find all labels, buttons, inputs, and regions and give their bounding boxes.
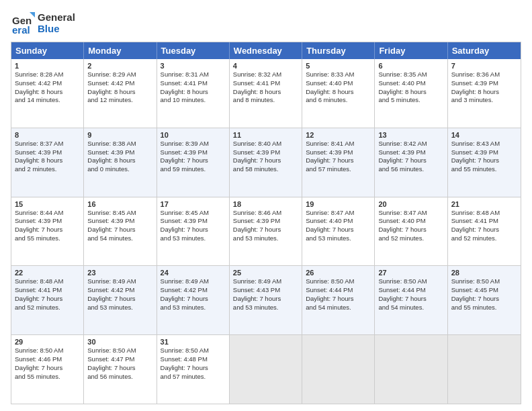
day-number: 1 <box>15 62 80 70</box>
day-number: 28 <box>451 269 517 277</box>
day-number: 19 <box>306 200 371 208</box>
header-cell-thursday: Thursday <box>302 42 375 59</box>
day-number: 16 <box>87 200 152 208</box>
calendar-row-3: 15Sunrise: 8:44 AM Sunset: 4:39 PM Dayli… <box>11 197 521 267</box>
day-cell-26: 26Sunrise: 8:50 AM Sunset: 4:44 PM Dayli… <box>302 266 375 334</box>
header-cell-monday: Monday <box>84 42 157 59</box>
calendar-row-2: 8Sunrise: 8:37 AM Sunset: 4:39 PM Daylig… <box>11 128 521 197</box>
day-cell-3: 3Sunrise: 8:31 AM Sunset: 4:41 PM Daylig… <box>157 59 230 128</box>
calendar-body: 1Sunrise: 8:28 AM Sunset: 4:42 PM Daylig… <box>11 59 521 404</box>
day-cell-11: 11Sunrise: 8:40 AM Sunset: 4:39 PM Dayli… <box>230 128 302 197</box>
day-number: 14 <box>451 131 517 139</box>
day-cell-29: 29Sunrise: 8:50 AM Sunset: 4:46 PM Dayli… <box>11 335 84 404</box>
day-number: 5 <box>306 62 371 70</box>
day-number: 12 <box>306 131 371 139</box>
page: Gen eral General Blue SundayMondayTuesda… <box>0 0 532 411</box>
day-number: 9 <box>87 131 152 139</box>
day-cell-21: 21Sunrise: 8:48 AM Sunset: 4:41 PM Dayli… <box>448 197 521 266</box>
day-info: Sunrise: 8:50 AM Sunset: 4:44 PM Dayligh… <box>306 277 371 312</box>
day-info: Sunrise: 8:49 AM Sunset: 4:42 PM Dayligh… <box>87 277 152 312</box>
day-cell-6: 6Sunrise: 8:35 AM Sunset: 4:40 PM Daylig… <box>375 59 447 128</box>
header-cell-friday: Friday <box>375 42 447 59</box>
day-cell-1: 1Sunrise: 8:28 AM Sunset: 4:42 PM Daylig… <box>11 59 84 128</box>
day-number: 4 <box>233 62 298 70</box>
day-cell-empty-4-3 <box>230 335 302 404</box>
day-number: 29 <box>15 338 80 346</box>
day-cell-7: 7Sunrise: 8:36 AM Sunset: 4:39 PM Daylig… <box>448 59 521 128</box>
logo-svg: Gen eral <box>11 11 35 35</box>
day-cell-25: 25Sunrise: 8:49 AM Sunset: 4:43 PM Dayli… <box>230 266 302 334</box>
day-info: Sunrise: 8:48 AM Sunset: 4:41 PM Dayligh… <box>451 209 517 243</box>
day-cell-13: 13Sunrise: 8:42 AM Sunset: 4:39 PM Dayli… <box>375 128 447 197</box>
day-number: 24 <box>161 269 226 277</box>
day-info: Sunrise: 8:47 AM Sunset: 4:40 PM Dayligh… <box>306 209 371 243</box>
day-number: 10 <box>161 131 226 139</box>
day-info: Sunrise: 8:33 AM Sunset: 4:40 PM Dayligh… <box>306 71 371 105</box>
day-info: Sunrise: 8:45 AM Sunset: 4:39 PM Dayligh… <box>87 209 152 243</box>
day-cell-2: 2Sunrise: 8:29 AM Sunset: 4:42 PM Daylig… <box>84 59 157 128</box>
day-info: Sunrise: 8:40 AM Sunset: 4:39 PM Dayligh… <box>233 140 298 174</box>
day-info: Sunrise: 8:44 AM Sunset: 4:39 PM Dayligh… <box>15 209 80 243</box>
day-number: 13 <box>378 131 443 139</box>
day-cell-28: 28Sunrise: 8:50 AM Sunset: 4:45 PM Dayli… <box>448 266 521 334</box>
day-number: 27 <box>378 269 443 277</box>
day-info: Sunrise: 8:50 AM Sunset: 4:45 PM Dayligh… <box>451 277 517 312</box>
day-cell-22: 22Sunrise: 8:48 AM Sunset: 4:41 PM Dayli… <box>11 266 84 334</box>
day-number: 25 <box>233 269 298 277</box>
logo-blue: Blue <box>38 23 75 34</box>
day-number: 31 <box>161 338 226 346</box>
day-number: 21 <box>451 200 517 208</box>
calendar-row-5: 29Sunrise: 8:50 AM Sunset: 4:46 PM Dayli… <box>11 335 521 404</box>
day-info: Sunrise: 8:50 AM Sunset: 4:47 PM Dayligh… <box>87 347 152 381</box>
calendar-header: SundayMondayTuesdayWednesdayThursdayFrid… <box>11 42 521 59</box>
day-number: 22 <box>15 269 80 277</box>
day-info: Sunrise: 8:41 AM Sunset: 4:39 PM Dayligh… <box>306 140 371 174</box>
day-number: 17 <box>161 200 226 208</box>
day-cell-8: 8Sunrise: 8:37 AM Sunset: 4:39 PM Daylig… <box>11 128 84 197</box>
day-cell-30: 30Sunrise: 8:50 AM Sunset: 4:47 PM Dayli… <box>84 335 157 404</box>
day-info: Sunrise: 8:29 AM Sunset: 4:42 PM Dayligh… <box>87 71 152 105</box>
day-info: Sunrise: 8:48 AM Sunset: 4:41 PM Dayligh… <box>15 277 80 312</box>
day-cell-4: 4Sunrise: 8:32 AM Sunset: 4:41 PM Daylig… <box>230 59 302 128</box>
day-cell-empty-4-5 <box>375 335 447 404</box>
day-number: 2 <box>87 62 152 70</box>
svg-text:eral: eral <box>12 24 30 35</box>
calendar: SundayMondayTuesdayWednesdayThursdayFrid… <box>11 42 521 404</box>
day-info: Sunrise: 8:32 AM Sunset: 4:41 PM Dayligh… <box>233 71 298 105</box>
day-number: 18 <box>233 200 298 208</box>
day-info: Sunrise: 8:50 AM Sunset: 4:46 PM Dayligh… <box>15 347 80 381</box>
day-info: Sunrise: 8:50 AM Sunset: 4:44 PM Dayligh… <box>378 277 443 312</box>
day-cell-5: 5Sunrise: 8:33 AM Sunset: 4:40 PM Daylig… <box>302 59 375 128</box>
calendar-row-1: 1Sunrise: 8:28 AM Sunset: 4:42 PM Daylig… <box>11 59 521 128</box>
day-info: Sunrise: 8:49 AM Sunset: 4:42 PM Dayligh… <box>161 277 226 312</box>
day-info: Sunrise: 8:50 AM Sunset: 4:48 PM Dayligh… <box>161 347 226 381</box>
day-info: Sunrise: 8:36 AM Sunset: 4:39 PM Dayligh… <box>451 71 517 105</box>
day-info: Sunrise: 8:45 AM Sunset: 4:39 PM Dayligh… <box>161 209 226 243</box>
day-number: 6 <box>378 62 443 70</box>
day-number: 7 <box>451 62 517 70</box>
day-cell-18: 18Sunrise: 8:46 AM Sunset: 4:39 PM Dayli… <box>230 197 302 266</box>
logo-general: General <box>38 11 75 23</box>
day-number: 11 <box>233 131 298 139</box>
day-info: Sunrise: 8:38 AM Sunset: 4:39 PM Dayligh… <box>87 140 152 174</box>
header-cell-saturday: Saturday <box>448 42 521 59</box>
day-info: Sunrise: 8:37 AM Sunset: 4:39 PM Dayligh… <box>15 140 80 174</box>
day-info: Sunrise: 8:43 AM Sunset: 4:39 PM Dayligh… <box>451 140 517 174</box>
day-info: Sunrise: 8:35 AM Sunset: 4:40 PM Dayligh… <box>378 71 443 105</box>
day-info: Sunrise: 8:39 AM Sunset: 4:39 PM Dayligh… <box>161 140 226 174</box>
day-info: Sunrise: 8:49 AM Sunset: 4:43 PM Dayligh… <box>233 277 298 312</box>
day-number: 23 <box>87 269 152 277</box>
day-cell-9: 9Sunrise: 8:38 AM Sunset: 4:39 PM Daylig… <box>84 128 157 197</box>
day-number: 30 <box>87 338 152 346</box>
day-cell-20: 20Sunrise: 8:47 AM Sunset: 4:40 PM Dayli… <box>375 197 447 266</box>
day-info: Sunrise: 8:46 AM Sunset: 4:39 PM Dayligh… <box>233 209 298 243</box>
day-cell-empty-4-6 <box>448 335 521 404</box>
day-info: Sunrise: 8:42 AM Sunset: 4:39 PM Dayligh… <box>378 140 443 174</box>
header-cell-wednesday: Wednesday <box>230 42 302 59</box>
day-cell-17: 17Sunrise: 8:45 AM Sunset: 4:39 PM Dayli… <box>157 197 230 266</box>
header-cell-tuesday: Tuesday <box>157 42 230 59</box>
top-area: Gen eral General Blue <box>11 11 521 35</box>
day-number: 26 <box>306 269 371 277</box>
day-cell-24: 24Sunrise: 8:49 AM Sunset: 4:42 PM Dayli… <box>157 266 230 334</box>
day-cell-31: 31Sunrise: 8:50 AM Sunset: 4:48 PM Dayli… <box>157 335 230 404</box>
